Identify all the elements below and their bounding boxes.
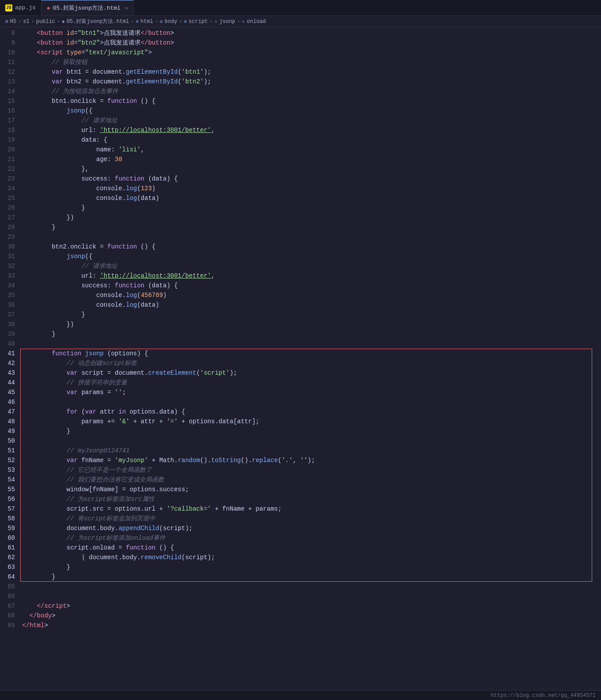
code-line: // 为script标签添加src属性 bbox=[22, 494, 601, 504]
tab-app-js[interactable]: JS app.js bbox=[0, 0, 41, 15]
line-numbers: 8910111213141516171819202122232425262728… bbox=[0, 27, 19, 692]
code-line: // 它已经不是一个全局函数了 bbox=[22, 465, 601, 475]
code-line: } bbox=[22, 562, 601, 572]
code-line: // 请求地址 bbox=[22, 261, 601, 271]
code-line: } bbox=[22, 222, 601, 232]
tab-close-icon[interactable]: ✕ bbox=[125, 5, 128, 11]
code-line: script.onload = function () { bbox=[22, 543, 601, 553]
code-line: } bbox=[22, 203, 601, 213]
code-line: btn2.onclick = function () { bbox=[22, 242, 601, 252]
code-line: success: function (data) { bbox=[22, 174, 601, 184]
code-line: console.log(data) bbox=[22, 193, 601, 203]
code-line: </script> bbox=[22, 601, 601, 611]
code-line: console.log(data) bbox=[22, 300, 601, 310]
code-line bbox=[22, 339, 601, 349]
breadcrumb-onload-icon: ⟐ bbox=[242, 19, 245, 24]
breadcrumb-body-icon: ⊙ bbox=[160, 19, 163, 24]
code-line: }, bbox=[22, 164, 601, 174]
breadcrumb-jsonp-icon: ⟐ bbox=[214, 19, 218, 24]
code-line: } bbox=[22, 310, 601, 320]
code-line: // 为script标签添加onload事件 bbox=[22, 533, 601, 543]
code-line: function jsonp (options) { bbox=[22, 349, 601, 358]
code-line: data: { bbox=[22, 135, 601, 145]
code-line: // 获取按钮 bbox=[22, 57, 601, 67]
code-line: // myJsonp0124741 bbox=[22, 446, 601, 455]
code-line: url: 'http://localhost:3001/better', bbox=[22, 271, 601, 281]
code-line: jsonp({ bbox=[22, 252, 601, 261]
code-line: // 将script标签追加到页面中 bbox=[22, 514, 601, 523]
code-line bbox=[22, 397, 601, 407]
breadcrumb-onload: onload bbox=[247, 19, 266, 25]
html-icon: ◈ bbox=[47, 4, 50, 11]
code-line: // 请求地址 bbox=[22, 116, 601, 125]
code-line: var params = ''; bbox=[22, 388, 601, 397]
code-line: var btn1 = document.getElementById('btn1… bbox=[22, 67, 601, 77]
code-line: } bbox=[22, 329, 601, 339]
breadcrumb-filename: 05.封装jsonp方法.html bbox=[67, 18, 129, 25]
breadcrumb-s1: s1 bbox=[23, 19, 29, 25]
code-line bbox=[22, 582, 601, 591]
code-line: }) bbox=[22, 213, 601, 222]
code-line: script.src = options.url + '?callback=' … bbox=[22, 504, 601, 514]
code-line: for (var attr in options.data) { bbox=[22, 407, 601, 417]
code-line: params += '&' + attr + '=' + options.dat… bbox=[22, 417, 601, 426]
breadcrumb-html-icon: ⊙ bbox=[136, 19, 139, 24]
status-bar: https://blog.csdn.net/qq_44954571 bbox=[0, 690, 601, 700]
tab-app-js-label: app.js bbox=[15, 4, 36, 11]
code-line: var fnName = 'myJsonp' + Math.random().t… bbox=[22, 455, 601, 465]
code-line: <button id="btn2">点我发送请求</button> bbox=[22, 38, 601, 48]
breadcrumb-h5-icon: H bbox=[5, 19, 8, 24]
breadcrumb-h5: H5 bbox=[10, 19, 16, 25]
tab-html-label: 05.封装jsonp方法.html bbox=[53, 4, 120, 12]
breadcrumb-script: script bbox=[189, 19, 208, 25]
code-line: age: 30 bbox=[22, 154, 601, 164]
code-line: // 拼接字符串的变量 bbox=[22, 378, 601, 388]
code-line: name: 'lisi', bbox=[22, 145, 601, 154]
code-line: <script type="text/javascript"> bbox=[22, 48, 601, 57]
code-line: } bbox=[22, 426, 601, 436]
code-line bbox=[22, 232, 601, 242]
js-icon: JS bbox=[5, 4, 12, 11]
code-line: var btn2 = document.getElementById('btn2… bbox=[22, 77, 601, 87]
breadcrumb: H H5 › s1 › public › ◈ 05.封装jsonp方法.html… bbox=[0, 16, 601, 27]
code-line bbox=[22, 436, 601, 446]
code-line: </html> bbox=[22, 621, 601, 630]
code-line: window[fnName] = options.success; bbox=[22, 485, 601, 494]
breadcrumb-public: public bbox=[36, 19, 55, 25]
code-line: console.log(123) bbox=[22, 184, 601, 193]
status-url: https://blog.csdn.net/qq_44954571 bbox=[491, 692, 596, 699]
breadcrumb-file-icon: ◈ bbox=[62, 19, 65, 24]
code-line: console.log(456789) bbox=[22, 290, 601, 300]
code-line: url: 'http://localhost:3001/better', bbox=[22, 125, 601, 135]
code-line bbox=[22, 591, 601, 601]
breadcrumb-script-icon: ⊙ bbox=[184, 19, 187, 24]
code-line: // 我们要想办法将它变成全局函数 bbox=[22, 475, 601, 485]
code-line: btn1.onclick = function () { bbox=[22, 96, 601, 106]
editor: 8910111213141516171819202122232425262728… bbox=[0, 27, 601, 692]
code-line: success: function (data) { bbox=[22, 281, 601, 290]
code-line: | document.body.removeChild(script); bbox=[22, 553, 601, 562]
code-line: document.body.appendChild(script); bbox=[22, 523, 601, 533]
breadcrumb-html: html bbox=[140, 19, 153, 25]
breadcrumb-jsonp: jsonp bbox=[219, 19, 235, 25]
code-line: // 为按钮添加点击事件 bbox=[22, 87, 601, 96]
code-line: <button id="btn1">点我发送请求</button> bbox=[22, 28, 601, 38]
tab-html-file[interactable]: ◈ 05.封装jsonp方法.html ✕ bbox=[41, 0, 134, 15]
code-line: var script = document.createElement('scr… bbox=[22, 368, 601, 378]
code-area[interactable]: <button id="btn1">点我发送请求</button> <butto… bbox=[19, 27, 601, 692]
code-line: </body> bbox=[22, 611, 601, 621]
tab-bar: JS app.js ◈ 05.封装jsonp方法.html ✕ bbox=[0, 0, 601, 16]
code-line: // 动态创建script标签 bbox=[22, 358, 601, 368]
code-line: jsonp({ bbox=[22, 106, 601, 116]
code-line: } bbox=[22, 572, 601, 582]
breadcrumb-body: body bbox=[165, 19, 177, 25]
code-line: }) bbox=[22, 320, 601, 329]
